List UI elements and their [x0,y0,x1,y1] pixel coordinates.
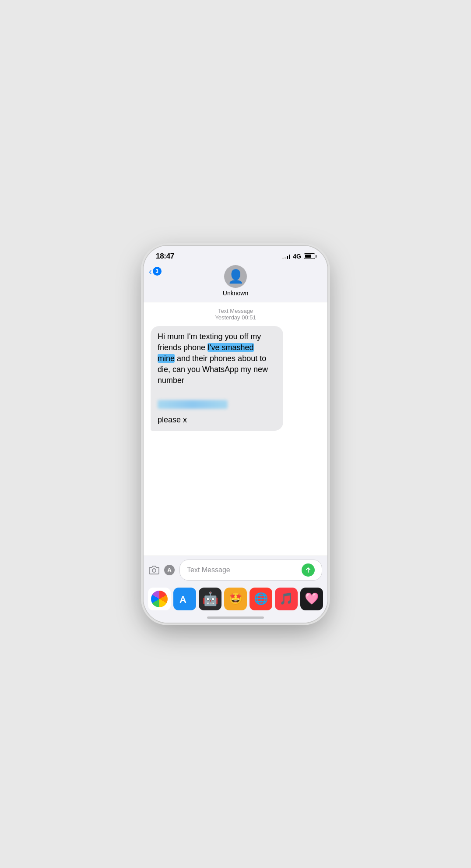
appstore-button[interactable]: A [164,564,175,576]
status-time: 18:47 [156,252,174,261]
message-sign-off: please x [158,415,187,424]
message-highlight-2: mine [158,354,175,363]
network-type: 4G [293,253,301,260]
back-chevron-icon: ‹ [149,267,152,276]
back-button[interactable]: ‹ 3 [149,267,162,276]
incoming-message-bubble: Hi mum I'm texting you off my friends ph… [151,326,283,431]
message-placeholder: Text Message [187,566,230,574]
home-bar [207,616,264,619]
phone-frame: 18:47 4G ‹ 3 👤 Unknown [144,246,327,623]
blurred-phone-number [158,400,228,409]
signal-bars-icon [282,254,290,259]
dock-photos-icon[interactable] [148,588,171,610]
svg-text:A: A [167,567,172,574]
arrow-annotation: ← [327,367,327,386]
message-time-label: Yesterday 00:51 [151,314,320,321]
status-bar: 18:47 4G [144,246,327,263]
nav-header: ‹ 3 👤 Unknown [144,263,327,302]
message-meta: Text Message Yesterday 00:51 [151,308,320,321]
dock-heartapp-icon[interactable]: 🩷 [300,588,323,610]
dock-memoji-icon[interactable]: 🤖 [199,588,221,610]
camera-button[interactable] [149,565,159,575]
back-badge: 3 [153,267,162,276]
contact-avatar[interactable]: 👤 [224,265,247,288]
dock-music-icon[interactable]: 🎵 [275,588,298,610]
dock-browser-icon[interactable]: 🌐 [250,588,272,610]
message-input[interactable]: Text Message [179,560,322,581]
message-type-label: Text Message [151,308,320,314]
svg-point-0 [152,569,156,572]
status-icons: 4G [282,253,315,260]
input-bar: A Text Message [144,556,327,584]
avatar-person-icon: 👤 [228,270,244,283]
dock-appstore-icon[interactable]: A [173,588,196,610]
incoming-message-container: Hi mum I'm texting you off my friends ph… [151,326,320,431]
contact-name: Unknown [223,290,248,297]
messages-area: Text Message Yesterday 00:51 Hi mum I'm … [144,302,327,556]
dock-stickers-icon[interactable]: 🤩 [224,588,247,610]
message-highlight-1: I've smashed [207,343,254,352]
app-dock: A 🤖 🤩 🌐 🎵 🩷 [144,584,327,613]
svg-text:A: A [179,594,186,605]
send-button[interactable] [302,563,315,577]
home-indicator[interactable] [144,613,327,623]
battery-icon [304,253,315,259]
